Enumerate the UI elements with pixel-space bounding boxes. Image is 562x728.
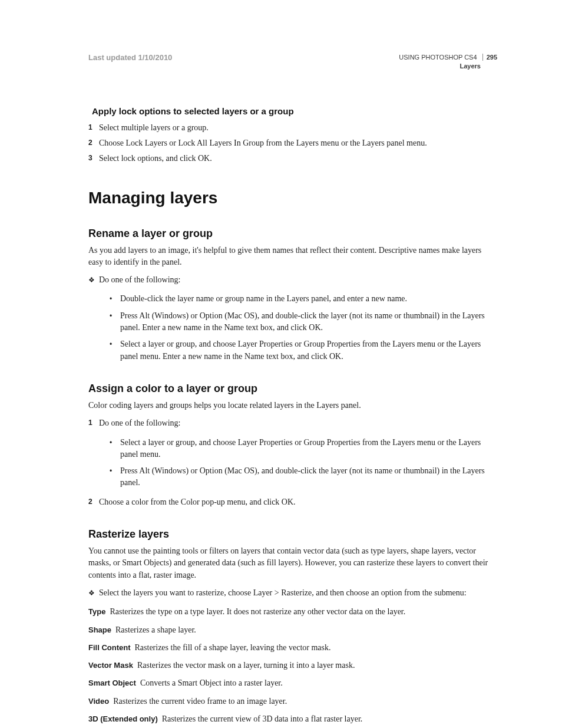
definition-term: Type: [88, 607, 105, 616]
book-title: USING PHOTOSHOP CS4: [399, 54, 477, 61]
heading-assign-color: Assign a color to a layer or group: [88, 383, 497, 395]
definition-text: Rasterizes the fill of a shape layer, le…: [135, 643, 331, 652]
lead-item: ❖Do one of the following:: [88, 274, 497, 286]
definition-text: Rasterizes a shape layer.: [115, 625, 196, 634]
lead-list: ❖Do one of the following:: [88, 274, 497, 286]
bullet-text: Select a layer or group, and choose Laye…: [120, 338, 497, 363]
bullet-item: •Press Alt (Windows) or Option (Mac OS),…: [88, 310, 497, 334]
definition-text: Rasterizes the vector mask on a layer, t…: [137, 661, 355, 670]
lead-item: ❖Select the layers you want to rasterize…: [88, 587, 497, 599]
heading-rasterize: Rasterize layers: [88, 528, 497, 541]
heading-apply-lock: Apply lock options to selected layers or…: [88, 106, 497, 116]
definition-term: Shape: [88, 625, 111, 634]
paragraph: As you add layers to an image, it's help…: [88, 245, 497, 269]
lead-text: Select the layers you want to rasterize,…: [99, 587, 467, 599]
step-item: 2Choose Lock Layers or Lock All Layers I…: [88, 137, 497, 149]
page-number: 295: [482, 54, 497, 61]
step-text: Choose Lock Layers or Lock All Layers In…: [99, 137, 427, 149]
step-text: Choose a color from the Color pop-up men…: [99, 496, 296, 508]
step-text: Select multiple layers or a group.: [99, 122, 209, 134]
page: Last updated 1/10/2010 USING PHOTOSHOP C…: [0, 0, 562, 728]
step-number: 1: [88, 418, 99, 428]
definition-row: Smart Object Converts a Smart Object int…: [88, 677, 497, 689]
bullet-list-rename: •Double-click the layer name or group na…: [88, 293, 497, 362]
definition-term: Smart Object: [88, 678, 136, 687]
definition-row: Shape Rasterizes a shape layer.: [88, 624, 497, 636]
bullet-item: •Double-click the layer name or group na…: [88, 293, 497, 305]
definition-term: Vector Mask: [88, 661, 133, 670]
paragraph: Color coding layers and groups helps you…: [88, 400, 497, 411]
definition-term: Video: [88, 697, 109, 706]
bullet-text: Press Alt (Windows) or Option (Mac OS), …: [120, 310, 497, 334]
definition-text: Rasterizes the current view of 3D data i…: [162, 714, 363, 723]
header-right: USING PHOTOSHOP CS4 295 Layers: [399, 53, 497, 71]
lead-text: Do one of the following:: [99, 274, 180, 286]
paragraph: You cannot use the painting tools or fil…: [88, 545, 497, 581]
bullet-icon: •: [99, 340, 120, 350]
definition-text: Converts a Smart Object into a raster la…: [140, 678, 283, 687]
bullet-list-assign-color: •Select a layer or group, and choose Lay…: [88, 437, 497, 489]
diamond-icon: ❖: [88, 588, 99, 598]
steps-assign-color-1: 1Do one of the following:: [88, 417, 497, 429]
definition-term: Fill Content: [88, 643, 131, 652]
bullet-item: •Press Alt (Windows) or Option (Mac OS),…: [88, 465, 497, 489]
step-item: 3Select lock options, and click OK.: [88, 153, 497, 164]
step-text: Select lock options, and click OK.: [99, 153, 212, 164]
page-header: Last updated 1/10/2010 USING PHOTOSHOP C…: [88, 53, 497, 71]
steps-apply-lock: 1Select multiple layers or a group. 2Cho…: [88, 122, 497, 165]
diamond-icon: ❖: [88, 275, 99, 285]
definition-row: 3D (Extended only) Rasterizes the curren…: [88, 713, 497, 725]
bullet-icon: •: [99, 294, 120, 304]
bullet-icon: •: [99, 466, 120, 476]
definition-row: Fill Content Rasterizes the fill of a sh…: [88, 642, 497, 654]
bullet-text: Double-click the layer name or group nam…: [120, 293, 407, 305]
bullet-item: •Select a layer or group, and choose Lay…: [88, 338, 497, 363]
header-section: Layers: [399, 62, 481, 71]
definition-row: Type Rasterizes the type on a type layer…: [88, 606, 497, 618]
step-text: Do one of the following:: [99, 417, 180, 429]
step-number: 3: [88, 153, 99, 163]
steps-assign-color-2: 2Choose a color from the Color pop-up me…: [88, 496, 497, 508]
bullet-text: Select a layer or group, and choose Laye…: [120, 437, 497, 461]
step-number: 1: [88, 123, 99, 133]
definition-text: Rasterizes the type on a type layer. It …: [110, 607, 405, 616]
step-item: 2Choose a color from the Color pop-up me…: [88, 496, 497, 508]
definition-list: Type Rasterizes the type on a type layer…: [88, 606, 497, 725]
bullet-icon: •: [99, 438, 120, 448]
definition-row: Video Rasterizes the current video frame…: [88, 696, 497, 707]
bullet-item: •Select a layer or group, and choose Lay…: [88, 437, 497, 461]
last-updated: Last updated 1/10/2010: [88, 53, 172, 62]
step-number: 2: [88, 497, 99, 507]
chapter-title: Managing layers: [88, 189, 497, 207]
step-item: 1Do one of the following:: [88, 417, 497, 429]
definition-row: Vector Mask Rasterizes the vector mask o…: [88, 660, 497, 671]
bullet-text: Press Alt (Windows) or Option (Mac OS), …: [120, 465, 497, 489]
definition-text: Rasterizes the current video frame to an…: [113, 697, 287, 706]
bullet-icon: •: [99, 311, 120, 321]
heading-rename: Rename a layer or group: [88, 228, 497, 240]
step-item: 1Select multiple layers or a group.: [88, 122, 497, 134]
definition-term: 3D (Extended only): [88, 714, 158, 723]
step-number: 2: [88, 138, 99, 148]
lead-list-rasterize: ❖Select the layers you want to rasterize…: [88, 587, 497, 599]
